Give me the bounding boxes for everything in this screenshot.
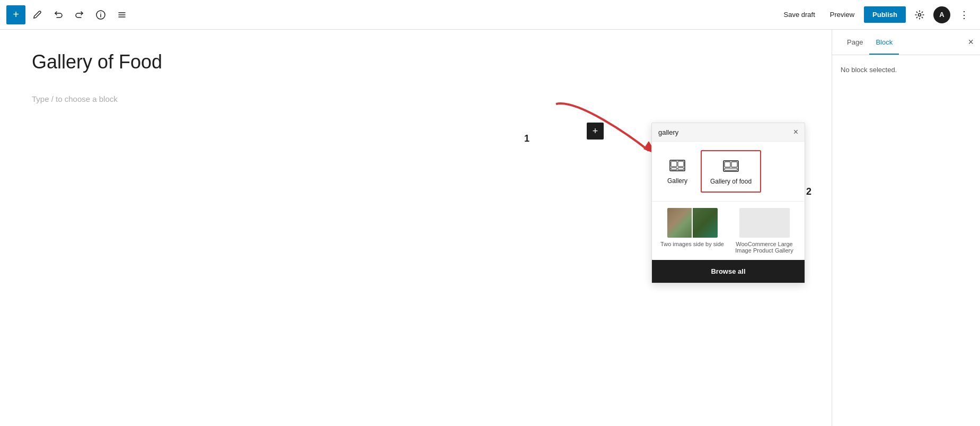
browse-all-button[interactable]: Browse all [652,260,805,283]
editor-add-block-button[interactable]: + [587,123,604,140]
undo-button[interactable] [49,5,68,24]
preview-item-two-images-label: Two images side by side [660,241,724,247]
annotation-2: 2 [806,186,811,197]
page-title[interactable]: Gallery of Food [32,51,800,73]
svg-rect-13 [723,161,738,171]
edit-icon-button[interactable] [28,5,47,24]
main-layout: Gallery of Food Type / to choose a block… [0,30,980,426]
sidebar-content: No block selected. [832,55,980,84]
sidebar: Page Block × No block selected. [832,30,980,426]
svg-rect-14 [725,162,730,167]
pencil-icon [32,10,42,20]
gallery-block-label: Gallery [667,177,687,185]
svg-rect-16 [725,168,737,170]
preview-item-woocommerce-label: WooCommerce Large Image Product Gallery [730,241,798,254]
settings-button[interactable] [910,5,929,24]
no-block-selected-text: No block selected. [841,66,897,74]
block-picker-items: Gallery Gallery of food [652,142,805,201]
preview-thumb-two-images [667,208,718,238]
preview-item-woocommerce[interactable]: WooCommerce Large Image Product Gallery [730,208,798,254]
gallery-block-icon [669,157,686,174]
info-button[interactable] [91,5,110,24]
sidebar-close-button[interactable]: × [968,37,974,48]
save-draft-button[interactable]: Save draft [779,7,820,22]
block-search-clear-button[interactable]: × [793,127,798,137]
preview-thumb-woocommerce [739,208,790,238]
block-placeholder[interactable]: Type / to choose a block [32,94,800,103]
svg-point-6 [919,13,921,16]
plus-icon: + [593,126,598,137]
block-search-bar: × [652,123,805,142]
tab-block[interactable]: Block [869,30,899,55]
svg-rect-11 [671,168,677,170]
block-picker-popup: × Gallery [651,123,805,283]
editor-area: Gallery of Food Type / to choose a block… [0,30,832,426]
block-picker-previews: Two images side by side WooCommerce Larg… [652,201,805,260]
block-search-input[interactable] [658,128,793,136]
svg-point-2 [100,12,101,13]
redo-button[interactable] [70,5,89,24]
svg-rect-10 [678,161,684,167]
gallery-food-block-item[interactable]: Gallery of food [701,150,761,193]
svg-rect-15 [731,162,737,167]
sidebar-header: Page Block × [832,30,980,55]
user-avatar-button[interactable]: A [933,6,950,23]
add-block-button[interactable]: + [6,5,25,24]
more-options-button[interactable]: ⋮ [955,5,974,24]
gear-icon [914,10,925,20]
red-arrow [545,93,662,164]
preview-button[interactable]: Preview [825,7,860,22]
list-icon [117,10,127,20]
annotation-1: 1 [524,133,529,144]
preview-item-two-images[interactable]: Two images side by side [658,208,726,254]
info-icon [95,10,106,20]
toolbar-right: Save draft Preview Publish A ⋮ [779,5,974,24]
svg-rect-8 [670,160,685,171]
redo-icon [74,10,85,20]
tab-page[interactable]: Page [841,30,869,55]
gallery-food-block-icon [722,158,739,175]
gallery-block-item[interactable]: Gallery [658,150,696,193]
toolbar: + [0,0,980,30]
publish-button[interactable]: Publish [864,6,906,23]
toolbar-left: + [6,5,779,24]
list-view-button[interactable] [112,5,131,24]
gallery-food-block-label: Gallery of food [710,178,752,185]
undo-icon [53,10,64,20]
svg-rect-12 [678,168,684,170]
svg-rect-9 [671,161,677,167]
